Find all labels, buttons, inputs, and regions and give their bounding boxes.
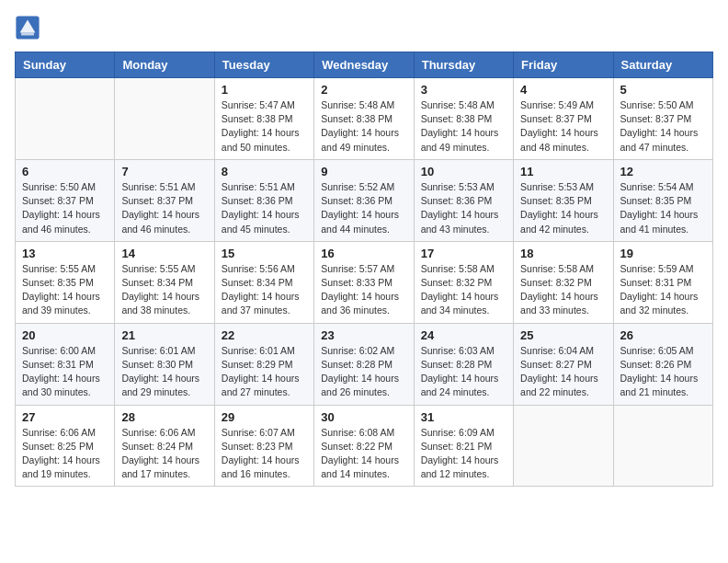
calendar-cell: 17Sunrise: 5:58 AMSunset: 8:32 PMDayligh… [414, 241, 513, 323]
day-number: 11 [520, 165, 606, 178]
day-info: Sunrise: 5:57 AMSunset: 8:33 PMDaylight:… [321, 262, 406, 318]
calendar-week-row: 20Sunrise: 6:00 AMSunset: 8:31 PMDayligh… [16, 323, 713, 405]
day-number: 3 [421, 83, 506, 97]
calendar-table: SundayMondayTuesdayWednesdayThursdayFrid… [15, 52, 713, 487]
day-number: 21 [121, 328, 207, 342]
calendar-cell: 27Sunrise: 6:06 AMSunset: 8:25 PMDayligh… [16, 405, 115, 487]
day-info: Sunrise: 6:01 AMSunset: 8:29 PMDaylight:… [222, 344, 307, 400]
day-number: 26 [620, 328, 706, 342]
day-number: 12 [620, 165, 706, 178]
page-header [15, 15, 713, 40]
calendar-cell: 25Sunrise: 6:04 AMSunset: 8:27 PMDayligh… [514, 323, 613, 405]
day-number: 27 [22, 410, 108, 424]
calendar-cell: 6Sunrise: 5:50 AMSunset: 8:37 PMDaylight… [16, 159, 115, 241]
day-header: Friday [514, 52, 613, 78]
day-info: Sunrise: 5:59 AMSunset: 8:31 PMDaylight:… [620, 262, 706, 318]
day-number: 18 [520, 247, 606, 260]
calendar-cell: 11Sunrise: 5:53 AMSunset: 8:35 PMDayligh… [514, 159, 613, 241]
day-number: 5 [620, 83, 706, 97]
day-info: Sunrise: 6:01 AMSunset: 8:30 PMDaylight:… [121, 344, 207, 400]
day-info: Sunrise: 5:50 AMSunset: 8:37 PMDaylight:… [620, 98, 706, 155]
calendar-cell: 12Sunrise: 5:54 AMSunset: 8:35 PMDayligh… [613, 159, 712, 241]
calendar-cell: 14Sunrise: 5:55 AMSunset: 8:34 PMDayligh… [115, 241, 214, 323]
calendar-cell: 16Sunrise: 5:57 AMSunset: 8:33 PMDayligh… [314, 241, 414, 323]
day-info: Sunrise: 5:52 AMSunset: 8:36 PMDaylight:… [321, 180, 406, 236]
day-info: Sunrise: 6:06 AMSunset: 8:24 PMDaylight:… [121, 426, 207, 482]
calendar-cell: 19Sunrise: 5:59 AMSunset: 8:31 PMDayligh… [613, 241, 712, 323]
day-number: 9 [321, 165, 406, 178]
calendar-cell: 22Sunrise: 6:01 AMSunset: 8:29 PMDayligh… [214, 323, 313, 405]
calendar-cell: 18Sunrise: 5:58 AMSunset: 8:32 PMDayligh… [514, 241, 613, 323]
day-number: 14 [121, 247, 207, 260]
day-number: 1 [222, 83, 307, 97]
day-number: 24 [421, 328, 506, 342]
day-number: 16 [321, 247, 406, 260]
calendar-cell: 10Sunrise: 5:53 AMSunset: 8:36 PMDayligh… [414, 159, 513, 241]
calendar-cell: 13Sunrise: 5:55 AMSunset: 8:35 PMDayligh… [16, 241, 115, 323]
calendar-cell: 15Sunrise: 5:56 AMSunset: 8:34 PMDayligh… [214, 241, 313, 323]
calendar-cell: 5Sunrise: 5:50 AMSunset: 8:37 PMDaylight… [613, 78, 712, 160]
day-info: Sunrise: 6:00 AMSunset: 8:31 PMDaylight:… [22, 344, 108, 400]
day-header: Wednesday [314, 52, 414, 78]
day-number: 31 [421, 410, 506, 424]
day-number: 6 [22, 165, 108, 178]
calendar-cell [613, 405, 712, 487]
day-number: 22 [222, 328, 307, 342]
day-number: 17 [421, 247, 506, 260]
day-info: Sunrise: 5:50 AMSunset: 8:37 PMDaylight:… [22, 180, 108, 236]
calendar-cell: 31Sunrise: 6:09 AMSunset: 8:21 PMDayligh… [414, 405, 513, 487]
day-number: 8 [222, 165, 307, 178]
calendar-cell: 20Sunrise: 6:00 AMSunset: 8:31 PMDayligh… [16, 323, 115, 405]
calendar-week-row: 13Sunrise: 5:55 AMSunset: 8:35 PMDayligh… [16, 241, 713, 323]
day-info: Sunrise: 6:07 AMSunset: 8:23 PMDaylight:… [222, 426, 307, 482]
day-number: 25 [520, 328, 606, 342]
calendar-cell: 26Sunrise: 6:05 AMSunset: 8:26 PMDayligh… [613, 323, 712, 405]
day-header: Monday [115, 52, 214, 78]
day-info: Sunrise: 5:48 AMSunset: 8:38 PMDaylight:… [421, 98, 506, 155]
day-info: Sunrise: 5:47 AMSunset: 8:38 PMDaylight:… [222, 98, 307, 155]
day-info: Sunrise: 5:53 AMSunset: 8:35 PMDaylight:… [520, 180, 606, 236]
calendar-cell: 28Sunrise: 6:06 AMSunset: 8:24 PMDayligh… [115, 405, 214, 487]
calendar-cell [16, 78, 115, 160]
calendar-cell: 21Sunrise: 6:01 AMSunset: 8:30 PMDayligh… [115, 323, 214, 405]
day-number: 4 [520, 83, 606, 97]
day-info: Sunrise: 5:53 AMSunset: 8:36 PMDaylight:… [421, 180, 506, 236]
calendar-cell: 1Sunrise: 5:47 AMSunset: 8:38 PMDaylight… [214, 78, 313, 160]
calendar-cell: 4Sunrise: 5:49 AMSunset: 8:37 PMDaylight… [514, 78, 613, 160]
calendar-cell [115, 78, 214, 160]
day-header: Sunday [16, 52, 115, 78]
day-number: 15 [222, 247, 307, 260]
calendar-cell: 8Sunrise: 5:51 AMSunset: 8:36 PMDaylight… [214, 159, 313, 241]
calendar-cell: 30Sunrise: 6:08 AMSunset: 8:22 PMDayligh… [314, 405, 414, 487]
day-info: Sunrise: 5:54 AMSunset: 8:35 PMDaylight:… [620, 180, 706, 236]
day-number: 29 [222, 410, 307, 424]
svg-rect-2 [21, 33, 34, 36]
day-info: Sunrise: 6:03 AMSunset: 8:28 PMDaylight:… [421, 344, 506, 400]
calendar-week-row: 27Sunrise: 6:06 AMSunset: 8:25 PMDayligh… [16, 405, 713, 487]
calendar-cell [514, 405, 613, 487]
day-info: Sunrise: 6:02 AMSunset: 8:28 PMDaylight:… [321, 344, 406, 400]
calendar-week-row: 6Sunrise: 5:50 AMSunset: 8:37 PMDaylight… [16, 159, 713, 241]
calendar-cell: 29Sunrise: 6:07 AMSunset: 8:23 PMDayligh… [214, 405, 313, 487]
calendar-cell: 2Sunrise: 5:48 AMSunset: 8:38 PMDaylight… [314, 78, 414, 160]
calendar-week-row: 1Sunrise: 5:47 AMSunset: 8:38 PMDaylight… [16, 78, 713, 160]
day-info: Sunrise: 6:08 AMSunset: 8:22 PMDaylight:… [321, 426, 406, 482]
day-info: Sunrise: 6:09 AMSunset: 8:21 PMDaylight:… [421, 426, 506, 482]
day-number: 10 [421, 165, 506, 178]
day-number: 20 [22, 328, 108, 342]
day-info: Sunrise: 6:05 AMSunset: 8:26 PMDaylight:… [620, 344, 706, 400]
day-info: Sunrise: 5:56 AMSunset: 8:34 PMDaylight:… [222, 262, 307, 318]
calendar-cell: 7Sunrise: 5:51 AMSunset: 8:37 PMDaylight… [115, 159, 214, 241]
day-number: 2 [321, 83, 406, 97]
day-info: Sunrise: 5:51 AMSunset: 8:37 PMDaylight:… [121, 180, 207, 236]
calendar-cell: 23Sunrise: 6:02 AMSunset: 8:28 PMDayligh… [314, 323, 414, 405]
day-info: Sunrise: 5:51 AMSunset: 8:36 PMDaylight:… [222, 180, 307, 236]
day-number: 23 [321, 328, 406, 342]
day-header: Tuesday [214, 52, 313, 78]
day-header: Thursday [414, 52, 513, 78]
calendar-header-row: SundayMondayTuesdayWednesdayThursdayFrid… [16, 52, 713, 78]
day-info: Sunrise: 5:55 AMSunset: 8:34 PMDaylight:… [121, 262, 207, 318]
day-info: Sunrise: 5:49 AMSunset: 8:37 PMDaylight:… [520, 98, 606, 155]
calendar-cell: 3Sunrise: 5:48 AMSunset: 8:38 PMDaylight… [414, 78, 513, 160]
day-info: Sunrise: 6:04 AMSunset: 8:27 PMDaylight:… [520, 344, 606, 400]
